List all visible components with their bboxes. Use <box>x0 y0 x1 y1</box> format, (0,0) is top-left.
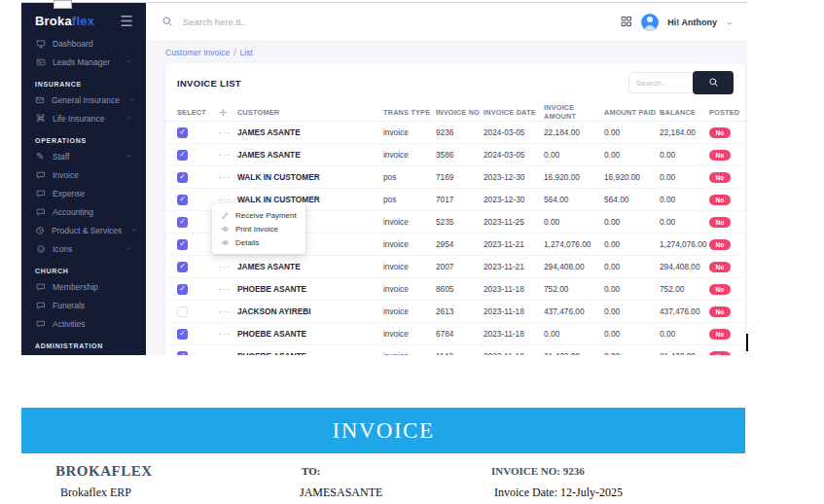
sidebar-item-expense[interactable]: Expense <box>21 184 146 202</box>
cell-invoice-no: 2613 <box>436 306 484 316</box>
brand-logo[interactable]: Brokaflex <box>35 14 94 28</box>
sidebar-item-life-insurance[interactable]: ⌘Life Insurance <box>21 109 146 127</box>
cell-balance: 0.00 <box>660 217 709 227</box>
sidebar-nav: DashboardLeads ManagerINSURANCEGeneral I… <box>21 34 146 355</box>
sidebar-item-membership[interactable]: Membership <box>21 277 146 296</box>
grid-icon[interactable] <box>621 14 632 31</box>
sidebar-section-header: ADMINISTRATION <box>21 333 146 352</box>
sidebar-item-general-insurance[interactable]: General Insurance <box>21 90 146 109</box>
menu-item-details[interactable]: Details <box>212 235 305 249</box>
chevron-down-icon <box>124 58 134 65</box>
row-checkbox[interactable]: ✓ <box>177 262 188 272</box>
row-checkbox[interactable]: ✓ <box>177 217 188 228</box>
invoice-list-card: INVOICE LIST SELECTCUSTOMERTRANS TYPEINV… <box>165 63 745 355</box>
cell-balance: 294,408.00 <box>660 262 709 271</box>
user-name[interactable]: Hi! Anthony <box>667 18 717 27</box>
pen-icon: ✎ <box>35 152 46 162</box>
row-checkbox[interactable] <box>177 306 188 317</box>
cell-invoice-no: 2954 <box>436 239 484 249</box>
column-header-reorder[interactable] <box>219 108 237 117</box>
sidebar-item-product-services[interactable]: Product & Services <box>21 221 146 239</box>
row-checkbox[interactable]: ✓ <box>177 329 188 340</box>
cell-amount-paid: 16,920.00 <box>604 172 660 182</box>
column-header-invoice-amount[interactable]: INVOICE AMOUNT <box>544 103 604 121</box>
row-actions-button[interactable]: ··· <box>219 262 231 271</box>
breadcrumb-link[interactable]: Customer Invoice <box>165 48 230 57</box>
cell-amount-paid: 0.00 <box>604 306 660 316</box>
cell-invoice-amount: 564.00 <box>544 195 604 204</box>
avatar[interactable] <box>641 14 659 31</box>
table-row: ✓···PHOEBE ASANTEinvoice86052023-11-1875… <box>165 278 745 301</box>
cell-trans-type: invoice <box>383 351 436 355</box>
sidebar-item-staff[interactable]: ✎Staff <box>21 147 146 165</box>
posted-badge: No <box>709 195 731 205</box>
posted-badge: No <box>709 150 731 161</box>
row-checkbox[interactable]: ✓ <box>177 172 188 183</box>
column-header-trans-type[interactable]: TRANS TYPE <box>383 108 436 117</box>
sidebar-item-icons[interactable]: Icons <box>21 239 146 258</box>
sidebar-item-leads-manager[interactable]: Leads Manager <box>21 53 146 71</box>
sidebar-item-label: Dashboard <box>53 39 93 49</box>
cell-amount-paid: 0.00 <box>604 329 660 339</box>
cell-balance: 22,184.00 <box>660 127 709 137</box>
chevron-down-icon[interactable] <box>726 14 734 31</box>
topbar-search <box>161 14 321 31</box>
column-header-invoice-date[interactable]: INVOICE DATE <box>484 108 544 117</box>
sidebar-item-funerals[interactable]: Funerals <box>21 296 146 314</box>
hamburger-icon[interactable]: ☰ <box>121 17 133 26</box>
sidebar-item-label: Invoice <box>53 170 79 180</box>
table-search-button[interactable] <box>693 71 734 94</box>
row-checkbox[interactable]: ✓ <box>177 195 188 205</box>
row-actions-button[interactable]: ··· <box>219 172 231 182</box>
posted-badge: No <box>709 172 731 183</box>
sidebar-item-label: Leads Manager <box>53 57 110 67</box>
chevron-down-icon <box>124 245 134 252</box>
row-actions-button[interactable]: ··· <box>219 329 231 339</box>
sidebar-item-accounting[interactable]: Accounting <box>21 202 146 221</box>
row-checkbox[interactable]: ✓ <box>177 127 188 138</box>
row-checkbox[interactable]: ✓ <box>177 239 188 250</box>
sidebar-item-invoice[interactable]: Invoice <box>21 165 146 184</box>
breadcrumb: Customer Invoice/List <box>146 42 747 57</box>
cell-invoice-amount: 22,184.00 <box>544 127 604 137</box>
sidebar-item-system-setup[interactable]: ⚙System Setup <box>21 352 146 355</box>
card-title: INVOICE LIST <box>177 78 241 89</box>
cell-amount-paid: 0.00 <box>604 150 660 160</box>
menu-item-print-invoice[interactable]: Print Invoice <box>212 222 305 235</box>
sidebar-item-dashboard[interactable]: Dashboard <box>21 34 146 53</box>
menu-item-receive-payment[interactable]: Receive Payment <box>212 208 305 222</box>
table-row: ✓···PHOEBE ASANTEinvoice67842023-11-180.… <box>165 323 745 345</box>
cell-customer: JAMES ASANTE <box>237 262 383 271</box>
row-actions-button[interactable]: ··· <box>219 306 231 316</box>
cell-customer: JAMES ASANTE <box>237 127 383 137</box>
column-header-amount-paid[interactable]: AMOUNT PAID <box>604 108 660 117</box>
column-header-invoice-no[interactable]: INVOICE NO <box>436 108 484 117</box>
row-checkbox[interactable]: ✓ <box>177 351 188 356</box>
sidebar-item-activities[interactable]: Activities <box>21 314 146 333</box>
column-header-select[interactable]: SELECT <box>177 108 219 117</box>
cell-balance: 0.00 <box>660 329 709 339</box>
row-actions-button[interactable]: ··· <box>219 284 231 294</box>
posted-badge: No <box>709 217 731 228</box>
column-header-customer[interactable]: CUSTOMER <box>237 108 383 117</box>
chevron-down-icon <box>124 153 134 160</box>
row-checkbox[interactable]: ✓ <box>177 150 188 161</box>
row-actions-button[interactable]: ··· <box>219 127 231 137</box>
breadcrumb-current: List <box>240 48 253 57</box>
sidebar-brand-row: Brokaflex ☰ <box>21 3 146 34</box>
company-subtitle: Brokaflex ERP <box>60 486 131 500</box>
sidebar-item-label: Staff <box>53 152 69 162</box>
cell-customer: JACKSON AYIREBI <box>237 306 383 316</box>
browser-edge-artifact <box>54 0 72 9</box>
row-actions-button[interactable]: ··· <box>219 351 231 355</box>
table-search-input[interactable] <box>628 72 695 93</box>
row-checkbox[interactable]: ✓ <box>177 284 188 295</box>
row-actions-button[interactable]: ··· <box>219 150 231 160</box>
column-header-posted[interactable]: POSTED <box>709 108 744 117</box>
cell-trans-type: invoice <box>383 329 436 339</box>
page: Brokaflex ☰ DashboardLeads ManagerINSURA… <box>0 0 824 504</box>
search-icon <box>161 14 173 31</box>
column-header-balance[interactable]: BALANCE <box>660 108 709 117</box>
topbar-search-input[interactable] <box>181 16 321 28</box>
cell-amount-paid: 0.00 <box>604 217 660 227</box>
